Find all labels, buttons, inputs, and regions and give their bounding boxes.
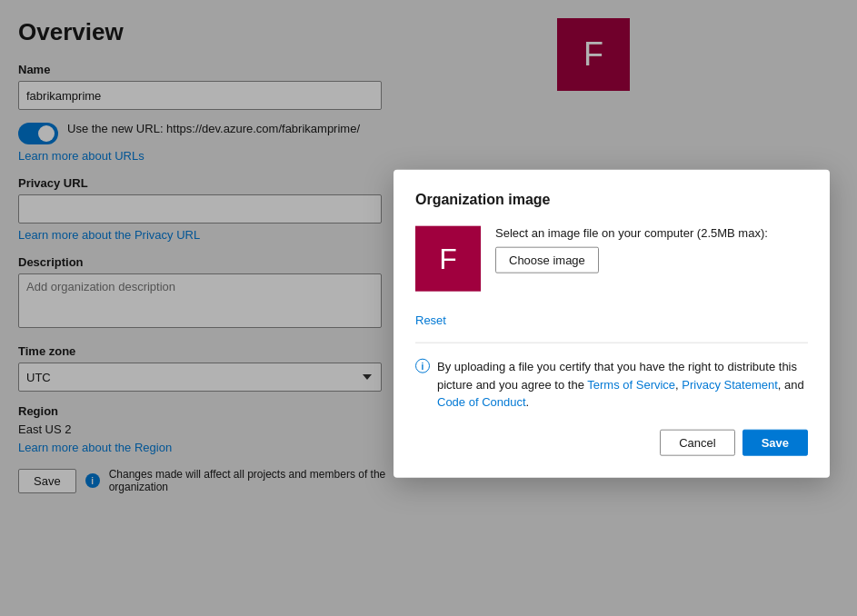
modal-image-desc: Select an image file on your computer (2… xyxy=(495,226,768,240)
modal-image-row: F Select an image file on your computer … xyxy=(415,226,808,292)
modal-org-icon: F xyxy=(415,226,481,292)
main-content: Overview F Name Use the new URL: https:/… xyxy=(0,0,857,616)
modal-org-letter: F xyxy=(439,242,457,275)
modal-save-button[interactable]: Save xyxy=(742,429,808,455)
modal-footer: Cancel Save xyxy=(415,429,808,455)
choose-image-button[interactable]: Choose image xyxy=(495,247,599,273)
modal-info-icon: i xyxy=(415,359,430,373)
code-of-conduct-link[interactable]: Code of Conduct xyxy=(437,395,526,409)
terms-of-service-link[interactable]: Terms of Service xyxy=(587,377,675,391)
modal-title: Organization image xyxy=(415,192,808,208)
modal-terms-text: By uploading a file you certify that you… xyxy=(437,358,808,412)
privacy-statement-link[interactable]: Privacy Statement xyxy=(682,377,778,391)
modal-overlay: Organization image F Select an image fil… xyxy=(0,0,857,616)
modal-image-info: Select an image file on your computer (2… xyxy=(495,226,768,273)
organization-image-modal: Organization image F Select an image fil… xyxy=(394,170,830,478)
reset-link[interactable]: Reset xyxy=(415,313,446,327)
modal-divider xyxy=(415,343,808,343)
modal-terms-row: i By uploading a file you certify that y… xyxy=(415,358,808,412)
modal-cancel-button[interactable]: Cancel xyxy=(660,429,734,455)
